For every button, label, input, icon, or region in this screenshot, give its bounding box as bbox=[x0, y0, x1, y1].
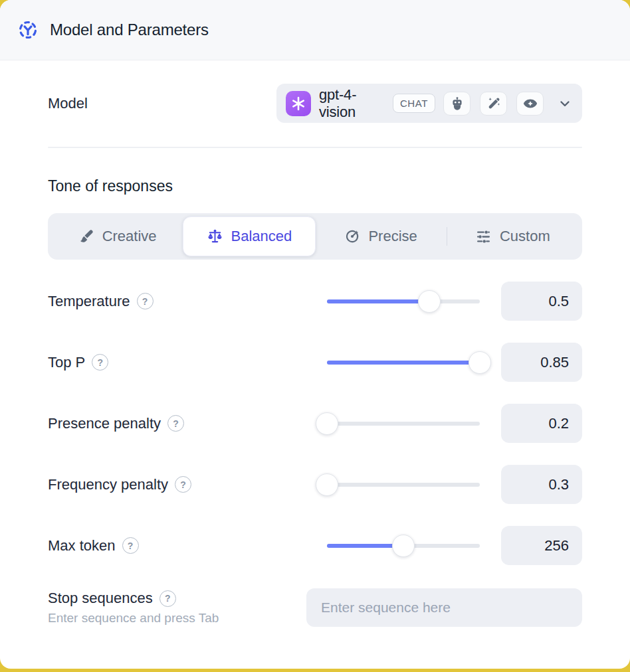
scale-icon bbox=[207, 228, 223, 245]
tone-option-label: Creative bbox=[102, 228, 157, 245]
panel-title: Model and Parameters bbox=[50, 21, 209, 39]
stop-sequences-label: Stop sequences bbox=[48, 590, 153, 607]
frequency-penalty-slider[interactable] bbox=[327, 473, 480, 496]
panel-header: Model and Parameters bbox=[0, 0, 630, 60]
temperature-value[interactable]: 0.5 bbox=[501, 282, 582, 321]
model-type-badge: CHAT bbox=[393, 94, 435, 113]
max-token-label: Max token bbox=[48, 537, 116, 554]
model-parameters-panel: Model and Parameters Model bbox=[0, 0, 630, 669]
slider-track bbox=[327, 422, 480, 426]
tone-option-custom[interactable]: Custom bbox=[447, 217, 578, 256]
vision-capability-icon bbox=[516, 92, 544, 116]
parameter-row-top-p: Top P 0.85 bbox=[48, 343, 582, 382]
temperature-label: Temperature bbox=[48, 293, 130, 310]
tone-option-label: Precise bbox=[368, 228, 417, 245]
frequency-penalty-value[interactable]: 0.3 bbox=[501, 465, 582, 504]
tone-option-label: Balanced bbox=[231, 228, 292, 245]
presence-penalty-label: Presence penalty bbox=[48, 415, 161, 432]
parameter-row-temperature: Temperature 0.5 bbox=[48, 282, 582, 321]
tone-option-label: Custom bbox=[500, 228, 550, 245]
model-row: Model gpt-4-vi bbox=[48, 84, 582, 123]
help-icon[interactable] bbox=[159, 590, 176, 607]
top-p-slider[interactable] bbox=[327, 351, 480, 374]
sliders-icon bbox=[475, 228, 492, 245]
parameter-row-max-token: Max token 256 bbox=[48, 526, 582, 565]
help-icon[interactable] bbox=[122, 537, 139, 554]
stop-sequence-input[interactable] bbox=[306, 588, 582, 627]
tone-option-precise[interactable]: Precise bbox=[316, 217, 447, 256]
stop-sequences-helper: Enter sequence and press Tab bbox=[48, 611, 219, 626]
tone-section-title: Tone of responses bbox=[48, 177, 582, 195]
openai-logo-icon bbox=[286, 91, 311, 116]
parameter-row-frequency-penalty: Frequency penalty 0.3 bbox=[48, 465, 582, 504]
target-icon bbox=[344, 228, 360, 244]
model-label: Model bbox=[48, 95, 88, 112]
slider-fill bbox=[327, 299, 429, 303]
model-select-dropdown[interactable]: gpt-4-vision CHAT bbox=[276, 84, 582, 123]
help-icon[interactable] bbox=[175, 476, 191, 493]
robot-capability-icon bbox=[443, 92, 471, 116]
frequency-penalty-label: Frequency penalty bbox=[48, 476, 168, 493]
help-icon[interactable] bbox=[92, 354, 108, 371]
magic-wand-capability-icon bbox=[480, 92, 507, 116]
slider-track bbox=[327, 483, 480, 487]
presence-penalty-slider[interactable] bbox=[327, 412, 480, 435]
tone-segmented-control: Creative Balanced bbox=[48, 213, 582, 260]
max-token-slider[interactable] bbox=[327, 535, 480, 557]
tone-option-creative[interactable]: Creative bbox=[52, 217, 183, 256]
slider-thumb[interactable] bbox=[469, 351, 491, 374]
chevron-down-icon bbox=[557, 96, 573, 112]
slider-thumb[interactable] bbox=[316, 412, 338, 435]
presence-penalty-value[interactable]: 0.2 bbox=[501, 404, 582, 443]
slider-fill bbox=[327, 361, 480, 365]
top-p-value[interactable]: 0.85 bbox=[501, 343, 582, 382]
model-parameters-icon bbox=[17, 19, 39, 41]
section-divider bbox=[48, 147, 582, 148]
temperature-slider[interactable] bbox=[327, 290, 480, 313]
max-token-value[interactable]: 256 bbox=[501, 526, 582, 565]
selected-model-name: gpt-4-vision bbox=[319, 86, 385, 121]
help-icon[interactable] bbox=[167, 415, 184, 432]
top-p-label: Top P bbox=[48, 354, 85, 371]
slider-thumb[interactable] bbox=[418, 290, 441, 313]
slider-thumb[interactable] bbox=[316, 473, 338, 496]
parameter-row-presence-penalty: Presence penalty 0.2 bbox=[48, 404, 582, 443]
stop-sequences-row: Stop sequences Enter sequence and press … bbox=[48, 588, 582, 627]
help-icon[interactable] bbox=[137, 293, 154, 309]
slider-thumb[interactable] bbox=[392, 535, 415, 557]
tone-option-balanced[interactable]: Balanced bbox=[183, 216, 315, 256]
brush-icon bbox=[78, 228, 94, 244]
